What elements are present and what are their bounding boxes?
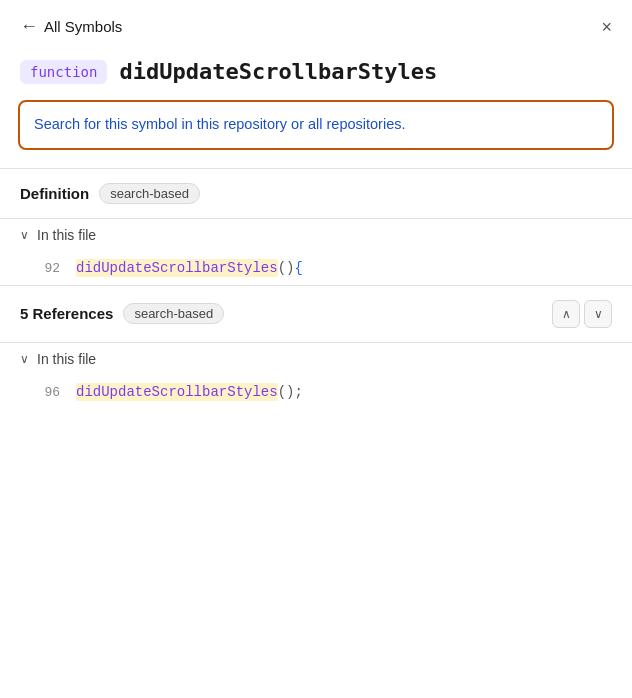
references-title: 5 References <box>20 305 113 322</box>
definition-in-this-file-label: In this file <box>37 227 96 243</box>
definition-code-paren: () <box>278 260 295 276</box>
references-badge: search-based <box>123 303 224 324</box>
collapse-controls: ∧ ∨ <box>552 300 612 328</box>
references-fn-name-link[interactable]: didUpdateScrollbarStyles <box>76 384 278 400</box>
back-arrow-icon: ← <box>20 16 38 37</box>
search-suggestion-text: Search for this symbol in this repositor… <box>34 116 406 132</box>
references-collapse-row[interactable]: ∨ In this file <box>0 343 632 375</box>
definition-code-brace: { <box>294 260 302 276</box>
references-code-semi: ; <box>294 384 302 400</box>
chevron-down-icon: ∨ <box>20 228 29 242</box>
references-code-line: 96 didUpdateScrollbarStyles () ; <box>0 375 632 409</box>
definition-code-content: didUpdateScrollbarStyles () { <box>76 259 303 277</box>
references-code-paren: () <box>278 384 295 400</box>
search-suffix-text: . <box>402 116 406 132</box>
symbol-panel: ← All Symbols × function didUpdateScroll… <box>0 0 632 698</box>
definition-collapse-row[interactable]: ∨ In this file <box>0 219 632 251</box>
back-label: All Symbols <box>44 18 122 35</box>
collapse-down-button[interactable]: ∨ <box>584 300 612 328</box>
search-this-repo-link[interactable]: Search for this symbol in this repositor… <box>34 116 287 132</box>
symbol-header: function didUpdateScrollbarStyles <box>0 49 632 100</box>
close-button[interactable]: × <box>601 18 612 36</box>
definition-line-number: 92 <box>36 261 60 276</box>
references-code-highlight: didUpdateScrollbarStyles <box>76 383 278 401</box>
definition-badge: search-based <box>99 183 200 204</box>
chevron-up-icon: ∧ <box>562 307 571 321</box>
references-line-number: 96 <box>36 385 60 400</box>
references-in-this-file-label: In this file <box>37 351 96 367</box>
symbol-name: didUpdateScrollbarStyles <box>119 59 437 84</box>
definition-fn-name-link[interactable]: didUpdateScrollbarStyles <box>76 260 278 276</box>
panel-header: ← All Symbols × <box>0 0 632 49</box>
definition-section-header: Definition search-based <box>0 169 632 218</box>
chevron-down-icon-2: ∨ <box>594 307 603 321</box>
symbol-type-badge: function <box>20 60 107 84</box>
references-code-content: didUpdateScrollbarStyles () ; <box>76 383 303 401</box>
chevron-down-icon-3: ∨ <box>20 352 29 366</box>
search-or-text: or <box>287 116 308 132</box>
references-section-header: 5 References search-based ∧ ∨ <box>0 286 632 342</box>
collapse-up-button[interactable]: ∧ <box>552 300 580 328</box>
definition-code-line: 92 didUpdateScrollbarStyles () { <box>0 251 632 285</box>
definition-title: Definition <box>20 185 89 202</box>
search-all-repos-link[interactable]: all repositories <box>308 116 402 132</box>
back-link[interactable]: ← All Symbols <box>20 16 122 37</box>
definition-code-highlight: didUpdateScrollbarStyles <box>76 259 278 277</box>
search-suggestion-box: Search for this symbol in this repositor… <box>18 100 614 150</box>
